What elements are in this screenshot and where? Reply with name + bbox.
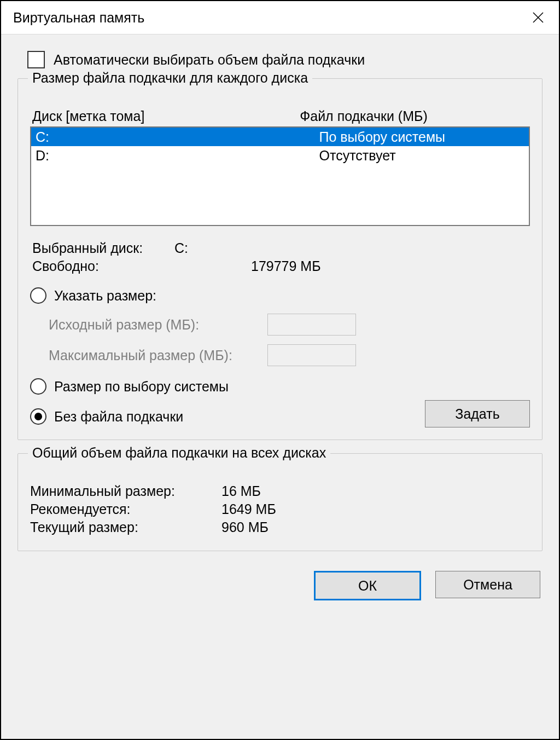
column-header-drive: Диск [метка тома] — [32, 108, 300, 124]
initial-size-input — [267, 314, 356, 336]
free-space-value: 179779 МБ — [251, 258, 530, 274]
radio-icon[interactable] — [30, 408, 46, 425]
drive-name: D: — [36, 146, 319, 165]
drive-pagefile: Отсутствует — [319, 146, 524, 165]
radio-none-label: Без файла подкачки — [54, 409, 183, 425]
max-size-input — [267, 344, 356, 366]
drive-pagefile: По выбору системы — [319, 128, 524, 146]
ok-button[interactable]: ОК — [314, 571, 421, 600]
drive-name: C: — [36, 128, 319, 146]
drive-row[interactable]: C: По выбору системы — [31, 128, 529, 146]
free-space-label: Свободно: — [32, 258, 251, 274]
max-size-label: Максимальный размер (МБ): — [49, 348, 267, 363]
min-size-value: 16 МБ — [221, 483, 261, 499]
dialog-button-bar: ОК Отмена — [18, 571, 542, 600]
recommended-value: 1649 МБ — [221, 501, 276, 517]
radio-system-label: Размер по выбору системы — [54, 379, 229, 395]
selected-drive-label: Выбранный диск: — [32, 240, 174, 256]
recommended-label: Рекомендуется: — [30, 501, 221, 517]
auto-manage-checkbox[interactable] — [27, 51, 45, 68]
current-size-value: 960 МБ — [221, 519, 269, 535]
cancel-button-label: Отмена — [463, 577, 512, 593]
initial-size-label: Исходный размер (МБ): — [49, 317, 267, 333]
cancel-button[interactable]: Отмена — [435, 571, 540, 598]
totals-group-title: Общий объем файла подкачки на всех диска… — [28, 445, 330, 461]
drive-list[interactable]: C: По выбору системы D: Отсутствует — [30, 126, 530, 226]
per-drive-group: Размер файла подкачки для каждого диска … — [18, 78, 542, 440]
selected-drive-value: C: — [174, 240, 530, 256]
auto-manage-label: Автоматически выбирать объем файла подка… — [54, 52, 365, 68]
column-header-pagefile: Файл подкачки (МБ) — [300, 108, 528, 124]
current-size-label: Текущий размер: — [30, 519, 221, 535]
radio-icon[interactable] — [30, 378, 46, 395]
radio-icon[interactable] — [30, 287, 46, 304]
auto-manage-row[interactable]: Автоматически выбирать объем файла подка… — [27, 51, 542, 68]
ok-button-label: ОК — [358, 578, 377, 594]
radio-custom-size[interactable]: Указать размер: — [30, 287, 530, 304]
radio-no-paging-file[interactable]: Без файла подкачки — [30, 408, 183, 425]
close-button[interactable] — [527, 7, 549, 28]
titlebar: Виртуальная память — [1, 1, 559, 34]
radio-custom-label: Указать размер: — [54, 288, 156, 304]
min-size-label: Минимальный размер: — [30, 483, 221, 499]
radio-system-managed[interactable]: Размер по выбору системы — [30, 378, 530, 395]
window-title: Виртуальная память — [13, 10, 527, 26]
set-button-label: Задать — [455, 406, 499, 422]
drive-row[interactable]: D: Отсутствует — [31, 146, 529, 165]
per-drive-group-title: Размер файла подкачки для каждого диска — [28, 70, 312, 86]
set-button[interactable]: Задать — [425, 400, 530, 427]
totals-group: Общий объем файла подкачки на всех диска… — [18, 453, 542, 551]
